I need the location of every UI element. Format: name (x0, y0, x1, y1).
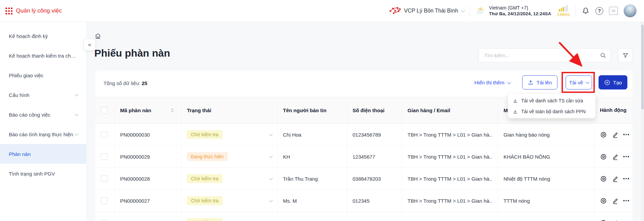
view-icon[interactable] (600, 175, 607, 182)
reporter-name: KH (283, 154, 290, 160)
sidebar-item-bao-cao-tinh-trang[interactable]: Báo cáo tình trạng thực hiện (0, 124, 86, 144)
edit-icon[interactable] (612, 197, 619, 204)
row-checkbox[interactable] (101, 153, 108, 160)
scrollbar-track[interactable] (641, 22, 644, 221)
sidebar-item-cau-hinh[interactable]: Cấu hình (0, 85, 86, 105)
chevron-down-icon[interactable] (269, 176, 273, 180)
view-icon[interactable] (600, 131, 607, 138)
status-badge[interactable]: Đang thực hiện (187, 152, 228, 161)
more-actions-icon[interactable] (623, 133, 629, 137)
filter-button[interactable] (618, 48, 632, 62)
edit-icon[interactable] (612, 131, 619, 138)
view-icon[interactable] (600, 197, 607, 204)
org-switcher[interactable]: VCP Lý Bôn Thái Bình (389, 6, 464, 16)
total-count-value: 25 (141, 80, 147, 86)
table-body: PN00000030 Chờ kiểm tra Chị Hoa 01234567… (95, 124, 632, 221)
more-actions-icon[interactable] (623, 199, 629, 203)
home-button[interactable] (94, 33, 101, 41)
table-row: PN00000028 Chờ kiểm tra Trần Thu Trang 0… (95, 168, 632, 190)
store-location: TBH > Trong TTTM > L01 > Gian hà... (408, 132, 492, 138)
upload-icon (528, 79, 534, 85)
show-more-button[interactable]: Hiển thị thêm (472, 79, 512, 86)
sidebar-collapse-button[interactable]: « (83, 39, 96, 51)
download-icon (513, 109, 518, 114)
complaint-description: TTTM nóng (504, 198, 530, 204)
scrollbar-thumb[interactable] (641, 25, 644, 109)
plus-circle-icon (604, 79, 610, 86)
language-label: VI (609, 7, 618, 15)
datetime-label: Thứ Ba, 24/12/2024, 12:24SA (489, 11, 551, 17)
divider (470, 5, 470, 17)
chevron-down-icon[interactable] (269, 198, 273, 202)
app-window: Quản lý công việc VCP Lý Bôn Thái Bình (0, 0, 644, 221)
more-actions-icon[interactable] (623, 155, 629, 159)
row-checkbox[interactable] (101, 219, 108, 221)
row-checkbox[interactable] (101, 197, 108, 204)
apps-grid-icon[interactable] (5, 7, 13, 15)
more-actions-icon[interactable] (623, 177, 629, 181)
sidebar-item-bao-cao-cong-viec[interactable]: Báo cáo công việc (0, 105, 86, 124)
sidebar-item-tinh-trang-sinh-pgv[interactable]: Tình trạng sinh PGV (0, 164, 86, 183)
complaint-description: CH báo nhiệt độ nóng (504, 220, 553, 221)
complaints-card: Tổng số dữ liệu:25 Hiển thị thêm Tải lên… (95, 71, 632, 221)
status-badge[interactable]: Chờ kiểm tra (187, 196, 223, 205)
sidebar-item-ke-hoach-thanh-kiem-tra[interactable]: Kế hoạch thanh kiểm tra chất... (0, 46, 86, 65)
view-icon[interactable] (600, 153, 607, 160)
col-header-ten-nguoi-bao-tin: Tên người báo tin (283, 107, 326, 113)
search-box (478, 48, 611, 62)
org-name: VCP Lý Bôn Thái Bình (404, 8, 458, 14)
app-title: Quản lý công việc (16, 7, 62, 14)
search-input[interactable] (484, 52, 600, 59)
language-toggle[interactable]: VI (609, 7, 618, 15)
select-all-checkbox[interactable] (101, 107, 108, 114)
complaint-id: PN00000026 (120, 220, 150, 221)
chevron-down-icon (75, 132, 78, 136)
sidebar-item-ke-hoach-dinh-ky[interactable]: Kế hoạch định kỳ (0, 26, 86, 46)
app-brand: Quản lý công việc (5, 7, 62, 15)
help-button[interactable]: ? (595, 7, 603, 15)
table-row: PN00000027 Chờ kiểm tra Ms. M 012345 TBH… (95, 190, 632, 212)
complaint-description: KHÁCH BÁO NÓNG (504, 154, 550, 160)
col-header-hanh-dong: Hành động (600, 107, 626, 114)
sidebar-item-phan-nan[interactable]: Phàn nàn (0, 144, 86, 164)
timezone-info: Vietnam (GMT +7) Thứ Ba, 24/12/2024, 12:… (476, 5, 551, 17)
notifications-button[interactable] (582, 7, 590, 15)
weather-sun-cloud-icon (476, 6, 486, 16)
sort-icon[interactable] (171, 108, 176, 113)
reporter-name: Trần Thu Trang (283, 176, 318, 182)
status-badge[interactable]: Chờ kiểm tra (187, 130, 223, 139)
download-button[interactable]: Tải về (566, 75, 592, 89)
status-badge[interactable]: Chờ kiểm tra (187, 174, 223, 183)
chevron-down-icon (75, 112, 78, 116)
col-header-so-dien-thoai: Số điện thoại (353, 107, 384, 113)
chevron-down-icon[interactable] (269, 154, 273, 158)
upload-button[interactable]: Tải lên (522, 75, 557, 89)
table-toolbar: Tổng số dữ liệu:25 Hiển thị thêm Tải lên… (95, 71, 632, 97)
create-button[interactable]: Tạo (599, 75, 627, 89)
edit-icon[interactable] (612, 175, 619, 182)
avatar[interactable] (624, 4, 637, 17)
sidebar-item-phieu-giao-viec[interactable]: Phiếu giao việc (0, 65, 86, 85)
table-row: PN00000029 Đang thực hiện KH 12345677 TB… (95, 146, 632, 168)
phone-number: 00101000000 (353, 220, 384, 221)
page-title: Phiếu phàn nàn (94, 47, 170, 59)
row-checkbox[interactable] (101, 131, 108, 138)
edit-icon[interactable] (612, 219, 619, 221)
store-location: TBH > Trong TTTM > L01 > Gian hà... (408, 220, 492, 221)
table-row: PN00000026 Chờ kiểm tra Anh A 0010100000… (95, 212, 632, 221)
store-location: TBH > Trong TTTM > L01 > Gian hà... (408, 154, 492, 160)
search-icon[interactable] (600, 52, 606, 59)
complaint-description: Nhiệt độ TTTM nóng (504, 176, 550, 182)
divider (575, 5, 576, 17)
menu-item-download-ts[interactable]: Tải về danh sách TS cần sửa (508, 95, 595, 106)
row-checkbox[interactable] (101, 175, 108, 182)
table-row: PN00000030 Chờ kiểm tra Chị Hoa 01234567… (95, 124, 632, 146)
col-header-mo-ta: M (504, 107, 508, 113)
chevron-down-icon[interactable] (269, 132, 273, 136)
phone-number: 0388478203 (353, 176, 381, 182)
view-icon[interactable] (600, 219, 607, 221)
phone-number: 0123456789 (353, 132, 381, 138)
edit-icon[interactable] (612, 153, 619, 160)
menu-item-download-ppn[interactable]: Tải về toàn bộ danh sách PPN (508, 106, 595, 117)
status-badge[interactable]: Chờ kiểm tra (187, 218, 223, 221)
